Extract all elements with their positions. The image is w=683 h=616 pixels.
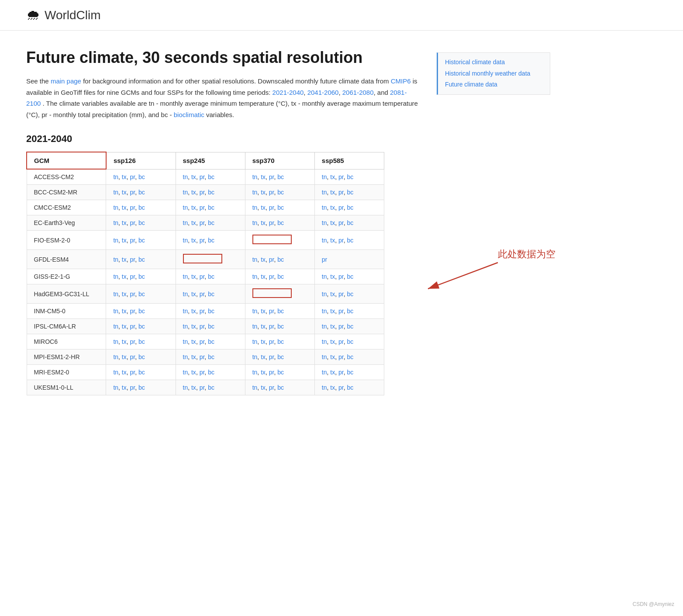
- data-link[interactable]: bc: [208, 291, 214, 298]
- data-link[interactable]: pr: [200, 323, 205, 330]
- data-link[interactable]: tn: [252, 384, 258, 391]
- data-link[interactable]: bc: [347, 353, 353, 360]
- data-link[interactable]: tn: [183, 204, 188, 211]
- data-link[interactable]: tn: [252, 173, 258, 180]
- data-link[interactable]: bc: [208, 204, 214, 211]
- data-link[interactable]: tx: [191, 353, 196, 360]
- data-link[interactable]: tx: [122, 338, 127, 345]
- data-link[interactable]: bc: [277, 369, 284, 376]
- data-link[interactable]: pr: [338, 338, 344, 345]
- data-link[interactable]: pr: [130, 219, 135, 226]
- data-link[interactable]: pr: [200, 308, 205, 315]
- data-link[interactable]: tx: [122, 189, 127, 196]
- data-link[interactable]: tx: [261, 219, 266, 226]
- data-link[interactable]: bc: [208, 384, 214, 391]
- data-link[interactable]: bc: [277, 219, 284, 226]
- data-link[interactable]: pr: [269, 219, 274, 226]
- data-link[interactable]: tx: [191, 219, 196, 226]
- data-link[interactable]: bc: [138, 173, 145, 180]
- data-link[interactable]: pr: [130, 189, 135, 196]
- data-link[interactable]: tx: [191, 237, 196, 244]
- data-link[interactable]: tn: [252, 308, 258, 315]
- data-link[interactable]: bc: [347, 308, 353, 315]
- data-link[interactable]: pr: [269, 323, 274, 330]
- data-link[interactable]: bc: [208, 273, 214, 280]
- data-link[interactable]: pr: [338, 237, 344, 244]
- data-link[interactable]: tx: [191, 323, 196, 330]
- data-link[interactable]: bc: [277, 353, 284, 360]
- data-link[interactable]: pr: [200, 204, 205, 211]
- data-link[interactable]: pr: [338, 273, 344, 280]
- data-link[interactable]: tn: [322, 369, 327, 376]
- data-link[interactable]: tn: [322, 338, 327, 345]
- data-link[interactable]: tx: [330, 204, 335, 211]
- data-link[interactable]: tx: [122, 219, 127, 226]
- data-link[interactable]: pr: [269, 353, 274, 360]
- data-link[interactable]: tn: [322, 173, 327, 180]
- data-link[interactable]: tx: [261, 204, 266, 211]
- data-link[interactable]: pr: [338, 323, 344, 330]
- data-link[interactable]: pr: [269, 384, 274, 391]
- data-link[interactable]: pr: [130, 353, 135, 360]
- data-link[interactable]: tx: [122, 173, 127, 180]
- data-link[interactable]: tx: [261, 353, 266, 360]
- data-link[interactable]: tx: [261, 308, 266, 315]
- data-link[interactable]: tx: [191, 338, 196, 345]
- data-link[interactable]: pr: [200, 291, 205, 298]
- data-link[interactable]: tx: [330, 237, 335, 244]
- data-link[interactable]: bc: [347, 323, 353, 330]
- data-link[interactable]: pr: [269, 308, 274, 315]
- data-link[interactable]: bc: [208, 353, 214, 360]
- data-link[interactable]: bc: [208, 338, 214, 345]
- data-link[interactable]: bc: [208, 189, 214, 196]
- data-link[interactable]: bc: [347, 291, 353, 298]
- period-2061-link[interactable]: 2061-2080: [342, 89, 374, 96]
- data-link[interactable]: tx: [330, 291, 335, 298]
- data-link[interactable]: pr: [130, 323, 135, 330]
- data-link[interactable]: tx: [122, 323, 127, 330]
- data-link[interactable]: tn: [113, 353, 118, 360]
- data-link[interactable]: tx: [330, 173, 335, 180]
- data-link[interactable]: tx: [122, 308, 127, 315]
- data-link[interactable]: bc: [138, 353, 145, 360]
- data-link[interactable]: tx: [122, 384, 127, 391]
- sidebar-item-historical-monthly[interactable]: Historical monthly weather data: [445, 69, 543, 78]
- data-link[interactable]: tn: [252, 219, 258, 226]
- data-link[interactable]: bc: [138, 219, 145, 226]
- data-link[interactable]: tn: [322, 384, 327, 391]
- data-link[interactable]: tn: [322, 323, 327, 330]
- data-link[interactable]: tx: [330, 338, 335, 345]
- data-link[interactable]: pr: [338, 219, 344, 226]
- data-link[interactable]: tx: [191, 384, 196, 391]
- data-link[interactable]: tx: [330, 219, 335, 226]
- data-link[interactable]: tx: [330, 384, 335, 391]
- data-link[interactable]: bc: [347, 384, 353, 391]
- data-link[interactable]: tn: [322, 237, 327, 244]
- data-link[interactable]: tn: [113, 273, 118, 280]
- data-link[interactable]: tx: [330, 189, 335, 196]
- data-link[interactable]: tx: [191, 308, 196, 315]
- data-link[interactable]: pr: [200, 384, 205, 391]
- data-link[interactable]: tn: [113, 256, 118, 263]
- data-link[interactable]: pr: [130, 237, 135, 244]
- data-link[interactable]: tn: [252, 323, 258, 330]
- data-link[interactable]: pr: [269, 173, 274, 180]
- data-link[interactable]: tx: [261, 173, 266, 180]
- sidebar-item-historical-climate[interactable]: Historical climate data: [445, 58, 543, 67]
- data-link[interactable]: tn: [322, 291, 327, 298]
- data-link[interactable]: pr: [269, 189, 274, 196]
- data-link[interactable]: bc: [138, 189, 145, 196]
- data-link[interactable]: tn: [183, 308, 188, 315]
- data-link[interactable]: tn: [252, 338, 258, 345]
- data-link[interactable]: tx: [330, 353, 335, 360]
- data-link[interactable]: tn: [113, 384, 118, 391]
- data-link[interactable]: bc: [347, 273, 353, 280]
- data-link[interactable]: tn: [113, 189, 118, 196]
- data-link[interactable]: tx: [191, 189, 196, 196]
- bioclimatic-link[interactable]: bioclimatic: [174, 111, 204, 118]
- data-link[interactable]: tx: [261, 323, 266, 330]
- data-link[interactable]: bc: [138, 204, 145, 211]
- data-link[interactable]: pr: [338, 369, 344, 376]
- data-link[interactable]: bc: [347, 189, 353, 196]
- data-link[interactable]: bc: [208, 237, 214, 244]
